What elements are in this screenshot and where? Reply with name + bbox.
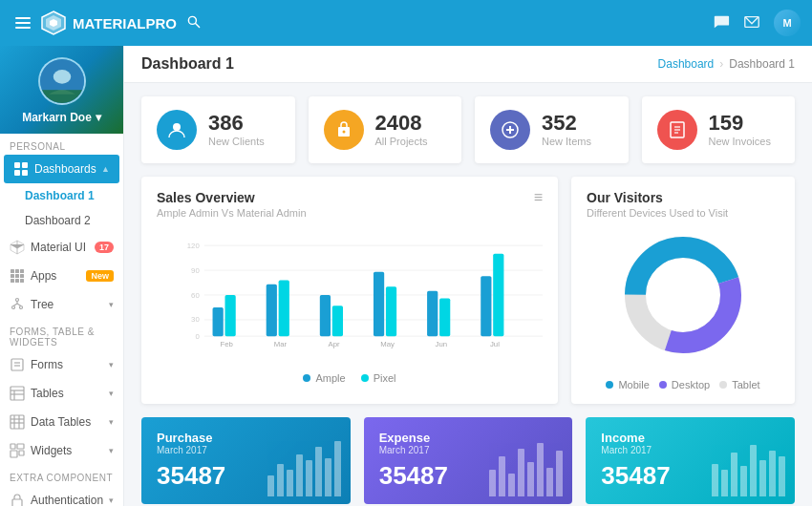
material-ui-label: Material UI bbox=[31, 241, 86, 254]
sidebar-item-material-ui[interactable]: Material UI 17 bbox=[0, 233, 123, 262]
sidebar-item-apps[interactable]: Apps New bbox=[0, 262, 123, 290]
svg-line-27 bbox=[17, 304, 21, 306]
brand-logo: MATERIALPRO bbox=[40, 10, 177, 36]
svg-text:May: May bbox=[380, 340, 395, 348]
svg-rect-10 bbox=[22, 162, 28, 168]
svg-text:Feb: Feb bbox=[221, 340, 233, 348]
sidebar-item-dashboard1[interactable]: Dashboard 1 bbox=[0, 183, 123, 208]
invoices-icon bbox=[657, 110, 697, 150]
svg-text:Apr: Apr bbox=[328, 340, 339, 348]
bottom-card-income: Income March 2017 35487 bbox=[586, 417, 795, 504]
svg-rect-28 bbox=[11, 359, 23, 370]
dashboards-chevron: ▲ bbox=[101, 164, 110, 174]
main-content: Dashboard 1 Dashboard › Dashboard 1 386 … bbox=[124, 46, 812, 506]
svg-rect-40 bbox=[11, 444, 15, 449]
avatar[interactable]: M bbox=[774, 10, 801, 36]
svg-rect-35 bbox=[11, 415, 24, 429]
clients-label: New Clients bbox=[208, 136, 265, 147]
chat-button[interactable] bbox=[713, 13, 730, 33]
sidebar-item-tables[interactable]: Tables ▾ bbox=[0, 379, 123, 408]
tables-label: Tables bbox=[31, 387, 64, 400]
legend-ample: Ample bbox=[303, 372, 345, 384]
dashboards-label: Dashboards bbox=[34, 162, 96, 176]
sales-chart-title: Sales Overview bbox=[157, 190, 307, 205]
legend-pixel: Pixel bbox=[361, 372, 396, 384]
sidebar-item-widgets[interactable]: Widgets ▾ bbox=[0, 436, 123, 465]
sidebar-item-dashboards[interactable]: Dashboards ▲ bbox=[4, 155, 119, 183]
stat-info-clients: 386 New Clients bbox=[208, 113, 265, 147]
authentication-label: Authentication bbox=[31, 494, 103, 506]
sidebar: Markarn Doe ▾ Personal Dashboards ▲ Dash… bbox=[0, 46, 124, 506]
svg-point-24 bbox=[20, 306, 23, 309]
svg-rect-80 bbox=[481, 276, 491, 336]
svg-rect-41 bbox=[17, 444, 24, 449]
data-tables-chevron: ▾ bbox=[109, 417, 114, 427]
svg-rect-78 bbox=[439, 298, 450, 336]
svg-rect-77 bbox=[427, 291, 438, 337]
sidebar-item-forms[interactable]: Forms ▾ bbox=[0, 350, 123, 379]
items-number: 352 bbox=[542, 113, 591, 134]
svg-rect-44 bbox=[12, 499, 22, 506]
brand-name: MATERIALPRO bbox=[73, 15, 177, 32]
svg-rect-31 bbox=[11, 387, 24, 400]
forms-chevron: ▾ bbox=[109, 360, 114, 369]
donut-legend: Mobile Desktop Tablet bbox=[587, 379, 780, 390]
breadcrumb-home[interactable]: Dashboard bbox=[658, 57, 715, 71]
donut-chart bbox=[587, 219, 780, 371]
layout: Markarn Doe ▾ Personal Dashboards ▲ Dash… bbox=[0, 46, 812, 506]
sidebar-item-dashboard2[interactable]: Dashboard 2 bbox=[0, 208, 123, 233]
profile-name[interactable]: Markarn Doe ▾ bbox=[22, 111, 101, 124]
breadcrumb: Dashboard › Dashboard 1 bbox=[658, 57, 795, 71]
bottom-card-expense: Expense March 2017 35487 bbox=[364, 417, 573, 504]
svg-rect-9 bbox=[14, 162, 20, 168]
items-label: New Items bbox=[542, 136, 591, 147]
sidebar-item-authentication[interactable]: Authentication ▾ bbox=[0, 486, 123, 506]
page-title: Dashboard 1 bbox=[141, 55, 234, 73]
svg-rect-17 bbox=[15, 274, 19, 278]
stat-info-projects: 2408 All Projects bbox=[375, 113, 428, 147]
hamburger-button[interactable] bbox=[11, 13, 34, 32]
svg-rect-15 bbox=[20, 269, 24, 273]
sidebar-item-tree[interactable]: Tree ▾ bbox=[0, 290, 123, 319]
visitors-chart-card: Our Visitors Different Devices Used to V… bbox=[571, 177, 795, 404]
svg-rect-42 bbox=[11, 451, 17, 457]
breadcrumb-current: Dashboard 1 bbox=[729, 57, 795, 71]
tables-chevron: ▾ bbox=[109, 389, 114, 398]
legend-tablet: Tablet bbox=[719, 379, 759, 390]
invoices-number: 159 bbox=[709, 113, 771, 134]
data-tables-label: Data Tables bbox=[31, 415, 91, 429]
svg-point-22 bbox=[16, 299, 19, 302]
svg-rect-21 bbox=[20, 279, 24, 283]
svg-rect-65 bbox=[213, 307, 224, 336]
sidebar-section-forms: Forms, Table & Widgets bbox=[0, 319, 123, 350]
svg-text:Jun: Jun bbox=[436, 340, 448, 348]
stat-card-invoices: 159 New Invoices bbox=[642, 96, 796, 163]
sales-chart-legend: Ample Pixel bbox=[157, 372, 543, 384]
topbar: Dashboard 1 Dashboard › Dashboard 1 bbox=[124, 46, 812, 83]
svg-rect-8 bbox=[40, 90, 84, 103]
legend-desktop: Desktop bbox=[659, 379, 710, 390]
sales-chart-area: 120 90 60 30 0 Feb bbox=[157, 228, 543, 365]
projects-number: 2408 bbox=[375, 113, 428, 134]
forms-label: Forms bbox=[31, 358, 63, 371]
svg-rect-81 bbox=[493, 254, 503, 336]
tree-label: Tree bbox=[31, 298, 53, 311]
stats-row: 386 New Clients 2408 All Projects bbox=[124, 83, 812, 177]
svg-rect-14 bbox=[15, 269, 19, 273]
widgets-label: Widgets bbox=[31, 444, 72, 457]
mail-button[interactable] bbox=[743, 13, 760, 33]
legend-mobile: Mobile bbox=[606, 379, 649, 390]
chart-menu-icon[interactable]: ≡ bbox=[534, 190, 543, 205]
sales-chart-svg: 120 90 60 30 0 Feb bbox=[180, 228, 543, 362]
search-button[interactable] bbox=[186, 14, 202, 32]
svg-rect-68 bbox=[267, 285, 277, 336]
svg-rect-16 bbox=[11, 274, 14, 278]
invoices-label: New Invoices bbox=[709, 136, 771, 147]
tree-chevron: ▾ bbox=[109, 300, 114, 309]
svg-text:30: 30 bbox=[191, 316, 200, 325]
svg-point-47 bbox=[342, 131, 345, 134]
bottom-row: Purchase March 2017 35487 Expense March … bbox=[124, 417, 812, 506]
sidebar-item-data-tables[interactable]: Data Tables ▾ bbox=[0, 408, 123, 436]
svg-text:Mar: Mar bbox=[274, 340, 288, 348]
svg-rect-19 bbox=[11, 279, 14, 283]
